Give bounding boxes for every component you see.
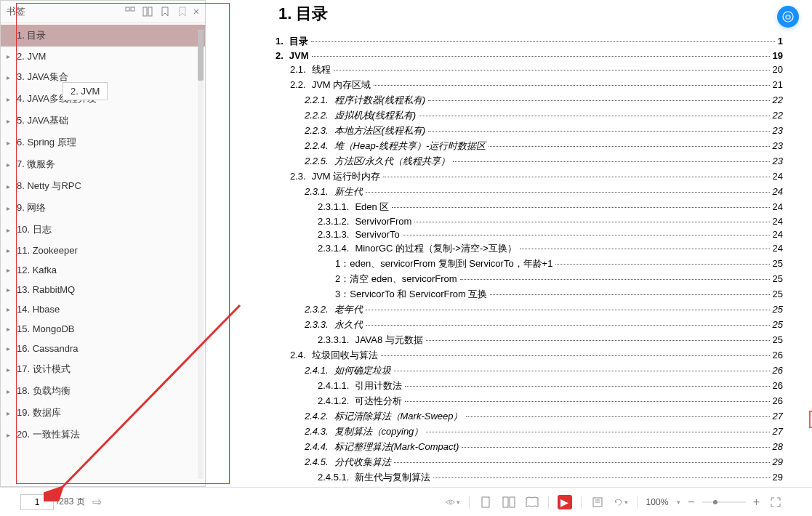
toc-text: 新生代 bbox=[334, 185, 363, 198]
toc-row[interactable]: 2.4.垃圾回收与算法26 bbox=[290, 349, 783, 362]
toc-text: Eden 区 bbox=[355, 201, 389, 214]
chevron-right-icon[interactable]: ▸ bbox=[7, 117, 14, 125]
chevron-right-icon[interactable]: ▸ bbox=[7, 387, 14, 395]
read-mode-icon[interactable] bbox=[590, 495, 605, 509]
zoom-value: 100% bbox=[646, 497, 669, 507]
toc-row[interactable]: 2.3.3.1.JAVA8 与元数据25 bbox=[318, 334, 783, 347]
chevron-right-icon[interactable]: ▸ bbox=[7, 325, 14, 333]
bookmark-item[interactable]: ▸7. 微服务 bbox=[1, 153, 205, 175]
chevron-right-icon[interactable]: ▸ bbox=[7, 366, 14, 374]
chevron-right-icon[interactable]: ▸ bbox=[7, 226, 14, 234]
bookmark-item[interactable]: ▸6. Spring 原理 bbox=[1, 132, 205, 153]
toc-row[interactable]: 2.4.5.1.新生代与复制算法29 bbox=[318, 471, 783, 484]
thumb-grid-icon[interactable] bbox=[125, 7, 135, 17]
close-icon[interactable]: × bbox=[193, 6, 199, 17]
chevron-right-icon[interactable]: ▸ bbox=[7, 266, 14, 274]
bookmark-item[interactable]: ▸20. 一致性算法 bbox=[1, 424, 205, 446]
chevron-right-icon[interactable]: ▸ bbox=[7, 409, 14, 417]
chevron-right-icon[interactable]: ▸ bbox=[7, 305, 14, 313]
bookmark-item[interactable]: ▸10. 日志 bbox=[1, 219, 205, 241]
toc-row[interactable]: 2.4.4.标记整理算法(Mark-Compact)28 bbox=[305, 440, 783, 453]
bookmark-item[interactable]: ▸9. 网络 bbox=[1, 197, 205, 219]
thumb-list-icon[interactable] bbox=[142, 7, 153, 17]
next-page-icon[interactable]: ⇨ bbox=[92, 495, 102, 509]
bookmark-item[interactable]: ▸14. Hbase bbox=[1, 299, 205, 319]
toc-row[interactable]: 2.1.线程20 bbox=[290, 63, 783, 76]
toc-row[interactable]: 2.3.1.3.ServivorTo24 bbox=[318, 229, 783, 240]
zoom-slider[interactable] bbox=[702, 500, 746, 504]
toc-row[interactable]: 2.2.2.虚拟机栈(线程私有)22 bbox=[305, 109, 783, 122]
toc-row[interactable]: 2.2.4.堆（Heap-线程共享）-运行时数据区23 bbox=[305, 140, 783, 153]
two-page-icon[interactable] bbox=[502, 495, 516, 509]
toc-text: JVM 运行时内存 bbox=[312, 170, 381, 183]
rotate-icon[interactable]: ▾ bbox=[614, 495, 628, 509]
zoom-out-icon[interactable]: − bbox=[688, 496, 694, 509]
toc-page: 23 bbox=[773, 125, 783, 136]
toc-row[interactable]: 2.4.2.标记清除算法（Mark-Sweep）27 bbox=[305, 410, 783, 423]
bookmark-item[interactable]: ▸13. RabbitMQ bbox=[1, 280, 205, 299]
single-page-icon[interactable] bbox=[478, 495, 493, 509]
chevron-right-icon[interactable]: ▸ bbox=[7, 52, 14, 60]
play-slideshow-icon[interactable]: ▶ bbox=[558, 495, 572, 509]
bookmark-item[interactable]: ▸12. Kafka bbox=[1, 260, 205, 280]
toc-row[interactable]: 2.3.1.1.Eden 区24 bbox=[318, 201, 783, 214]
chevron-right-icon[interactable]: ▸ bbox=[7, 73, 14, 81]
toc-row[interactable]: 2.3.2.老年代25 bbox=[305, 303, 783, 316]
bookmark-outline-icon[interactable] bbox=[177, 7, 188, 17]
toc-leader bbox=[381, 355, 770, 356]
zoom-dropdown-icon[interactable]: ▾ bbox=[677, 499, 680, 506]
toc-row[interactable]: 2.4.1.2.可达性分析26 bbox=[318, 395, 783, 408]
bookmark-item[interactable]: ▸15. MongoDB bbox=[1, 319, 205, 339]
toc-row[interactable]: 2.3.1.4.MinorGC 的过程（复制->清空->互换）24 bbox=[318, 242, 783, 255]
chevron-right-icon[interactable]: ▸ bbox=[7, 286, 14, 294]
chevron-right-icon[interactable]: ▸ bbox=[7, 204, 14, 212]
chevron-right-icon[interactable]: ▸ bbox=[7, 182, 14, 190]
chevron-right-icon[interactable]: ▸ bbox=[7, 246, 14, 254]
chevron-right-icon[interactable]: ▸ bbox=[7, 344, 14, 352]
toc-row[interactable]: 2.JVM19 bbox=[276, 50, 783, 61]
chevron-right-icon[interactable]: ▸ bbox=[7, 95, 14, 103]
zoom-in-icon[interactable]: + bbox=[753, 496, 760, 509]
bookmark-item[interactable]: ▸11. Zookeeper bbox=[1, 241, 205, 260]
bookmark-label: 14. Hbase bbox=[17, 304, 60, 315]
toc-row[interactable]: 2.2.5.方法区/永久代（线程共享）23 bbox=[305, 155, 783, 168]
assistant-float-button[interactable] bbox=[777, 6, 799, 28]
toc-text: 2：清空 eden、servicorFrom bbox=[335, 273, 457, 286]
toc-row[interactable]: 2.4.1.1.引用计数法26 bbox=[318, 379, 783, 392]
toc-leader bbox=[555, 264, 769, 265]
toc-row[interactable]: 2.4.3.复制算法（copying）27 bbox=[305, 425, 783, 438]
toc-row[interactable]: 2.3.1.新生代24 bbox=[305, 185, 783, 198]
toc-row[interactable]: 1.目录1 bbox=[276, 35, 783, 48]
book-view-icon[interactable] bbox=[525, 495, 539, 509]
toc-row[interactable]: 2：清空 eden、servicorFrom25 bbox=[329, 273, 783, 286]
fullscreen-icon[interactable] bbox=[768, 495, 783, 509]
eye-icon[interactable]: ▾ bbox=[446, 495, 460, 509]
bookmark-icon[interactable] bbox=[160, 7, 170, 17]
toc-row[interactable]: 2.3.1.2.ServivorFrom24 bbox=[318, 216, 783, 227]
chevron-right-icon[interactable]: ▸ bbox=[7, 161, 14, 169]
toc-row[interactable]: 2.2.JVM 内存区域21 bbox=[290, 78, 783, 92]
toc-row[interactable]: 3：ServicorTo 和 ServicorFrom 互换25 bbox=[329, 288, 783, 301]
bookmark-item[interactable]: ▸8. Netty 与RPC bbox=[1, 175, 205, 197]
bookmark-item[interactable]: ▸19. 数据库 bbox=[1, 402, 205, 424]
bookmark-item[interactable]: ▸5. JAVA基础 bbox=[1, 110, 205, 132]
toc-row[interactable]: 2.4.5.分代收集算法29 bbox=[305, 456, 783, 469]
toc-row[interactable]: 2.3.3.永久代25 bbox=[305, 318, 783, 331]
chevron-right-icon[interactable]: ▸ bbox=[7, 139, 14, 147]
toc-row[interactable]: 1：eden、servicorFrom 复制到 ServicorTo，年龄+12… bbox=[329, 257, 783, 270]
scrollbar-thumb[interactable] bbox=[198, 30, 204, 81]
toc-row[interactable]: 2.2.3.本地方法区(线程私有)23 bbox=[305, 124, 783, 137]
bookmark-item[interactable]: 1. 目录 bbox=[1, 25, 205, 47]
bookmark-item[interactable]: ▸18. 负载均衡 bbox=[1, 380, 205, 402]
bookmark-item[interactable]: ▸17. 设计模式 bbox=[1, 358, 205, 380]
bookmark-item[interactable]: ▸2. JVM bbox=[1, 47, 205, 66]
scrollbar-track[interactable] bbox=[198, 30, 204, 479]
toc-row[interactable]: 2.2.1.程序计数器(线程私有)22 bbox=[305, 94, 783, 107]
toc-leader bbox=[520, 249, 770, 249]
toc-num: 2.3.1. bbox=[305, 186, 329, 197]
page-number-input[interactable] bbox=[20, 494, 54, 510]
chevron-right-icon[interactable]: ▸ bbox=[7, 431, 14, 439]
toc-row[interactable]: 2.3.JVM 运行时内存24 bbox=[290, 170, 783, 183]
bookmark-item[interactable]: ▸16. Cassandra bbox=[1, 339, 205, 358]
toc-row[interactable]: 2.4.1.如何确定垃圾26 bbox=[305, 364, 783, 377]
